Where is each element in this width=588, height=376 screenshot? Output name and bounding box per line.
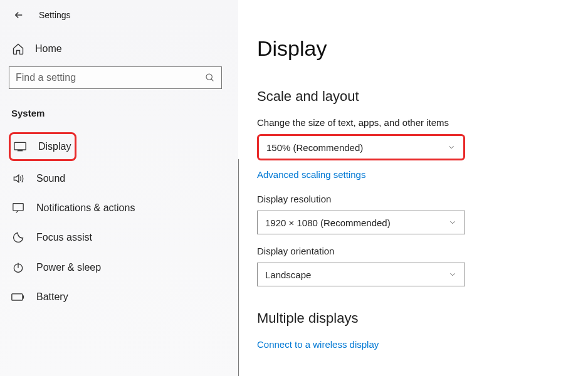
svg-point-0 xyxy=(206,74,212,80)
advanced-scaling-link[interactable]: Advanced scaling settings xyxy=(257,169,365,180)
focus-assist-icon xyxy=(11,231,25,244)
sidebar-item-focus-assist[interactable]: Focus assist xyxy=(9,222,229,253)
sidebar-item-label: Focus assist xyxy=(36,232,92,243)
orientation-label: Display orientation xyxy=(257,246,570,256)
battery-icon xyxy=(11,293,25,301)
sidebar-item-notifications[interactable]: Notifications & actions xyxy=(9,194,229,222)
sidebar-item-battery[interactable]: Battery xyxy=(9,283,229,311)
sidebar-item-label: Power & sleep xyxy=(36,262,101,273)
resolution-value: 1920 × 1080 (Recommended) xyxy=(265,217,391,228)
notifications-icon xyxy=(11,202,25,214)
power-icon xyxy=(11,261,25,274)
sidebar: Settings Home System Display Sound Notif… xyxy=(0,0,238,376)
sidebar-item-label: Battery xyxy=(36,291,68,303)
scale-value: 150% (Recommended) xyxy=(266,142,363,153)
resolution-dropdown[interactable]: 1920 × 1080 (Recommended) xyxy=(257,211,465,234)
sidebar-item-label: Notifications & actions xyxy=(36,202,135,214)
sidebar-item-display[interactable]: Display xyxy=(9,132,76,161)
connect-wireless-link[interactable]: Connect to a wireless display xyxy=(257,339,379,350)
search-input[interactable] xyxy=(16,72,205,83)
svg-rect-2 xyxy=(13,204,23,211)
sidebar-item-label: Sound xyxy=(36,173,65,184)
page-title: Display xyxy=(257,36,570,61)
back-button[interactable] xyxy=(13,9,25,21)
sidebar-item-sound[interactable]: Sound xyxy=(9,164,229,194)
sound-icon xyxy=(11,172,25,185)
section-multiple-heading: Multiple displays xyxy=(257,310,570,326)
orientation-value: Landscape xyxy=(265,269,311,280)
svg-rect-4 xyxy=(12,294,23,300)
chevron-down-icon xyxy=(448,270,457,279)
home-label: Home xyxy=(35,43,62,55)
sidebar-item-label: Display xyxy=(38,141,71,152)
scale-label: Change the size of text, apps, and other… xyxy=(257,117,570,128)
search-box[interactable] xyxy=(9,66,222,89)
resolution-label: Display resolution xyxy=(257,194,570,204)
search-icon xyxy=(205,73,215,83)
display-icon xyxy=(13,142,27,152)
main-content: Display Scale and layout Change the size… xyxy=(257,36,570,363)
back-arrow-icon xyxy=(13,9,24,21)
orientation-dropdown[interactable]: Landscape xyxy=(257,263,465,286)
scale-dropdown[interactable]: 150% (Recommended) xyxy=(257,134,465,160)
chevron-down-icon xyxy=(448,218,457,227)
svg-rect-1 xyxy=(14,142,26,150)
header-row: Settings xyxy=(9,6,229,36)
home-icon xyxy=(11,43,25,55)
chevron-down-icon xyxy=(447,143,456,152)
divider xyxy=(238,159,239,376)
section-label: System xyxy=(9,105,229,130)
sidebar-item-power[interactable]: Power & sleep xyxy=(9,253,229,283)
app-title: Settings xyxy=(39,10,71,20)
home-nav[interactable]: Home xyxy=(9,36,229,66)
section-scale-heading: Scale and layout xyxy=(257,88,570,105)
